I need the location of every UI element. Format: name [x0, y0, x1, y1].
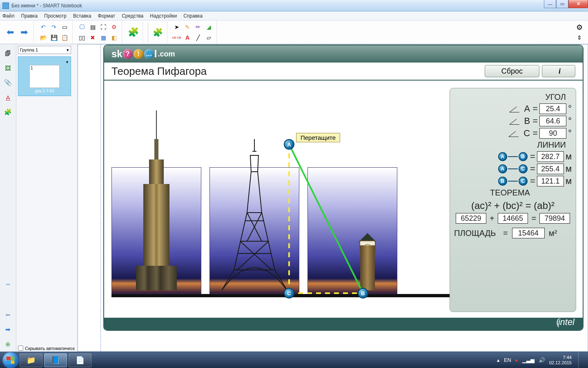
menu-insert[interactable]: Вставка — [73, 13, 91, 19]
auto-hide-checkbox[interactable]: Скрывать автоматическ — [18, 346, 75, 351]
dropdown-icon: ▾ — [67, 47, 69, 53]
angle-icon — [509, 117, 521, 126]
settings-button[interactable]: ⚙ — [575, 22, 584, 32]
page-canvas[interactable]: sk ? ! … l .com Теорема Пифагора Сброс i — [78, 44, 588, 352]
screen-capture-button[interactable]: 🖵 — [77, 22, 87, 32]
start-button[interactable] — [2, 352, 19, 368]
menu-addons[interactable]: Надстройки — [150, 13, 177, 19]
angle-c-value: 90 — [539, 128, 566, 139]
undo-button[interactable]: ↶ — [38, 22, 48, 32]
taskbar: 📁 📘 📄 ▴ EN ▸ ▁▃▅ 🔊 7:44 02.12.2015 — [0, 352, 588, 368]
point-c-handle[interactable]: C — [284, 288, 294, 298]
info-button[interactable]: i — [542, 65, 575, 77]
area-label: ПЛОЩАДЬ — [454, 229, 496, 238]
auto-hide-input[interactable] — [18, 346, 23, 351]
language-indicator[interactable]: EN — [504, 357, 511, 363]
notebook-taskbar-button[interactable]: 📘 — [44, 353, 67, 367]
angle-heading: УГОЛ — [454, 92, 566, 102]
page-sorter-panel: Группа 1 ▾ ▾ 1 дек 2-7:43 — [16, 44, 78, 352]
network-tray-icon[interactable]: ▁▃▅ — [522, 357, 535, 363]
collapse-toolbar-button[interactable]: ⇕ — [575, 33, 584, 43]
reset-button[interactable]: Сброс — [485, 65, 539, 77]
tray-chevron-icon[interactable]: ▴ — [497, 357, 500, 363]
menu-tools[interactable]: Средства — [122, 13, 143, 19]
ac-squared-value: 65229 — [456, 213, 486, 224]
thumb-caption: дек 2-7:43 — [21, 89, 68, 93]
text-tool[interactable]: A — [183, 33, 192, 43]
point-b-handle[interactable]: B — [358, 288, 368, 298]
window-controls: — ▭ ✕ — [544, 0, 588, 8]
menu-help[interactable]: Справка — [183, 13, 203, 19]
line-ac-value: 255.4 — [537, 164, 564, 174]
maximize-button[interactable]: ▭ — [556, 0, 568, 8]
addon-button[interactable]: 🧩 — [127, 23, 140, 41]
thumb-menu-icon[interactable]: ▾ — [66, 60, 68, 64]
select-tool[interactable]: ➤ — [172, 22, 182, 32]
page-thumbnail[interactable]: ▾ 1 дек 2-7:43 — [18, 56, 71, 96]
angle-icon — [508, 129, 520, 138]
paste-button[interactable]: 📋 — [60, 33, 69, 43]
open-button[interactable]: 📂 — [38, 33, 48, 43]
back-button[interactable]: ⬅ — [4, 23, 17, 41]
properties-tab[interactable]: A — [2, 92, 14, 103]
empire-state-illustration — [136, 139, 177, 290]
save-button[interactable]: 💾 — [49, 33, 59, 43]
side-tabstrip: 🗐 🖼 📎 A 🧩 ↔ ⬅ ➡ ⊕ — [0, 44, 16, 352]
puzzle-button[interactable]: 🧩 — [151, 23, 164, 41]
lines-heading: ЛИНИИ — [454, 140, 566, 150]
add-item-button[interactable]: ⊕ — [2, 339, 14, 350]
gallery-tab[interactable]: 🖼 — [2, 62, 14, 74]
show-desktop-button[interactable] — [578, 352, 584, 368]
skoool-body: Перетащите A C B УГОЛ A =25.4° B =64.6° … — [104, 81, 583, 318]
delete-button[interactable]: ✖ — [88, 33, 98, 43]
group-label: Группа 1 — [20, 47, 38, 52]
eraser-tool[interactable]: ▱ — [204, 33, 214, 43]
pens-button[interactable]: ✑✑ — [172, 33, 182, 43]
theorem-formula: (ac)² + (bc)² = (ab)² — [454, 200, 572, 211]
page-number: 1 — [31, 66, 33, 70]
close-button[interactable]: ✕ — [568, 0, 588, 8]
pen-tool[interactable]: ✎ — [183, 22, 192, 32]
ab-squared-value: 79894 — [539, 213, 570, 224]
forward-button[interactable]: ➡ — [18, 23, 31, 41]
fullscreen-button[interactable]: ⛶ — [98, 22, 108, 32]
skoool-header: sk ? ! … l .com — [104, 45, 583, 63]
minimize-button[interactable]: — — [544, 0, 556, 8]
page-sorter-tab[interactable]: 🗐 — [2, 47, 14, 59]
addons-tab[interactable]: 🧩 — [2, 106, 14, 118]
bc-squared-value: 14665 — [498, 213, 528, 224]
activity-button[interactable]: ◧ — [109, 33, 119, 43]
measurements-panel: УГОЛ A =25.4° B =64.6° C =90° ЛИНИИ AB =… — [450, 88, 576, 312]
redo-button[interactable]: ↷ — [49, 22, 59, 32]
group-selector[interactable]: Группа 1 ▾ — [18, 46, 71, 54]
menu-view[interactable]: Просмотр — [44, 13, 67, 19]
attachments-tab[interactable]: 📎 — [2, 77, 14, 88]
volume-tray-icon[interactable]: 🔊 — [539, 357, 545, 363]
highlighter-tool[interactable]: ◢ — [204, 22, 214, 32]
dual-page-button[interactable]: ▯▯ — [77, 33, 87, 43]
next-page-arrow[interactable]: ➡ — [2, 324, 14, 335]
word-taskbar-button[interactable]: 📄 — [69, 353, 91, 367]
taskbar-clock[interactable]: 7:44 02.12.2015 — [549, 355, 572, 366]
window-title: Без имени * - SMART Notebook — [11, 3, 82, 9]
skoool-footer — [104, 318, 583, 330]
resize-handle-icon[interactable]: ↔ — [2, 278, 14, 289]
point-a-handle[interactable]: A — [284, 139, 294, 150]
new-page-button[interactable]: ▭ — [60, 22, 69, 32]
big-ben-illustration — [357, 233, 378, 290]
line-tool[interactable]: ╱ — [193, 33, 203, 43]
record-button[interactable]: ⚙ — [109, 22, 119, 32]
menu-edit[interactable]: Правка — [21, 13, 38, 19]
prev-page-arrow[interactable]: ⬅ — [2, 309, 14, 321]
table-button[interactable]: ▦ — [98, 33, 108, 43]
angle-a-value: 25.4 — [539, 103, 566, 114]
flag-tray-icon[interactable]: ▸ — [515, 357, 518, 363]
crayon-tool[interactable]: ✏ — [193, 22, 203, 32]
menubar: Файл Правка Просмотр Вставка Формат Сред… — [0, 11, 588, 20]
skoool-titlebar: Теорема Пифагора Сброс i — [104, 63, 583, 81]
system-tray: ▴ EN ▸ ▁▃▅ 🔊 7:44 02.12.2015 — [497, 352, 586, 368]
explorer-taskbar-button[interactable]: 📁 — [20, 353, 42, 367]
menu-format[interactable]: Формат — [98, 13, 115, 19]
shade-button[interactable]: ▤ — [88, 22, 98, 32]
menu-file[interactable]: Файл — [2, 13, 15, 19]
